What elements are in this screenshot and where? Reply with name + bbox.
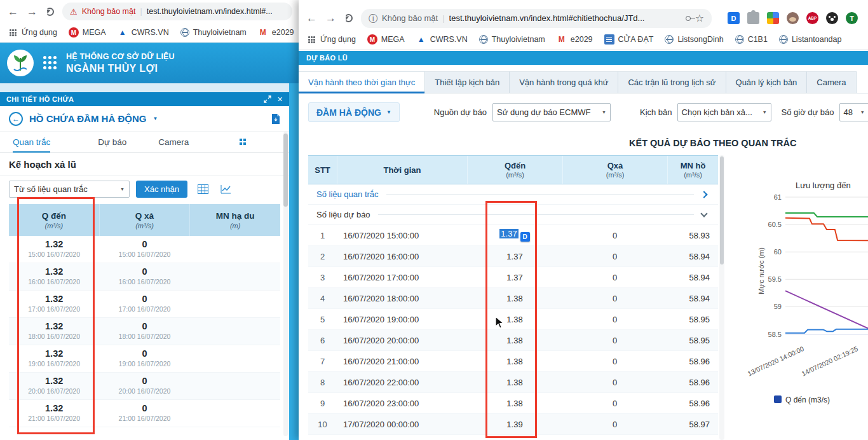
q-xa-cell: 0 [562,294,667,303]
reservoir-selector-button[interactable]: ĐẦM HÀ ĐỘNG ▼ [308,102,400,122]
puzzle-extension-icon[interactable] [747,12,759,24]
stt-cell: 1 [308,231,337,240]
bookmark-item[interactable]: Listantoandap [779,35,842,44]
forecast-tabs: Vận hành theo thời gian thực Thiết lập k… [299,71,868,93]
abp-extension-icon[interactable] [806,12,818,24]
bookmark-item[interactable]: CWRS.VN [118,27,169,38]
q-xa-time: 19:00 16/07/2020 [99,360,189,368]
q-xa-value: 0 [99,376,189,387]
close-icon[interactable]: × [278,94,283,104]
column-label: STT [315,165,330,175]
table-view-icon[interactable] [196,182,210,196]
chart-view-icon[interactable] [219,182,233,196]
bookmark-item[interactable]: C1B1 [735,35,768,44]
cell-mn-ha-du [190,291,280,317]
reload-icon[interactable] [46,8,54,16]
chart-x-tick-label: 13/07/2020 14:00:00 [746,345,805,378]
bookmark-item[interactable]: e2029 [258,27,294,38]
confirm-button[interactable]: Xác nhận [136,181,187,198]
reservoir-name[interactable]: HỒ CHỨA ĐẦM HÀ ĐỘNG [29,113,146,124]
chart-y-tick-label: 59.5 [768,275,782,283]
bookmark-item[interactable]: Ứng dụng [8,27,57,38]
forward-icon[interactable]: → [325,13,336,24]
column-header-thoi-gian: Thời gian [337,156,467,184]
bookmark-item[interactable]: MEGA [367,34,405,45]
bookmark-item[interactable]: Thuyloivietnam [479,35,545,44]
select-caret-icon: ▼ [602,110,606,114]
scenario-select[interactable]: Chọn kịch bản xả... ▼ [677,103,771,121]
forecast-source-select[interactable]: Sử dụng dự báo ECMWF ▼ [492,103,611,121]
chevron-down-icon [700,210,707,217]
scrollbar-thumb[interactable] [720,156,724,265]
app-title: HỆ THỐNG CƠ SỞ DỮ LIỆU NGÀNH THỦY LỢI [66,52,175,74]
key-icon[interactable] [686,16,691,21]
stt-cell: 8 [308,378,337,387]
chevron-down-icon[interactable]: ▼ [153,116,158,121]
chart-y-tick-label: 58.5 [768,331,782,338]
scenario-label: Kịch bản [640,107,672,117]
q-xa-value: 0 [99,321,189,332]
chart-y-tick-label: 60 [774,248,782,256]
forecast-controls: ĐẦM HÀ ĐỘNG ▼ Nguồn dự báo Sử dụng dự bá… [308,102,868,122]
scrollbar-thumb[interactable] [283,134,288,207]
tab-van-hanh-thoi-gian-thuc[interactable]: Vận hành theo thời gian thực [299,71,425,93]
page-background [0,83,289,92]
cell-mn-ha-du [190,373,280,399]
bookmark-item[interactable]: e2029 [557,34,593,45]
back-circle-icon[interactable]: ← [9,112,23,126]
more-tabs-icon[interactable] [240,139,246,145]
back-icon[interactable]: ← [306,13,317,24]
expand-icon[interactable] [264,95,271,103]
bookmark-item[interactable]: CWRS.VN [416,34,468,45]
q-xa-time: 20:00 16/07/2020 [99,387,189,395]
tab-quan-trac[interactable]: Quan trắc [13,132,50,152]
mouse-cursor [495,316,505,331]
bookmark-item[interactable]: CỬA ĐẠT [604,34,654,45]
q-xa-value: 0 [99,348,189,359]
right-address-bar[interactable]: ⓘ Không bảo mật | test.thuyloivietnam.vn… [361,9,712,28]
export-document-icon[interactable] [271,114,280,124]
forward-icon[interactable]: → [27,6,37,17]
bookmark-item[interactable]: Ứng dụng [306,34,356,45]
q-xa-cell: 0 [562,273,667,282]
menu-grid-icon[interactable] [43,56,57,70]
panel-scrollbar[interactable] [283,132,288,436]
bookmark-item[interactable]: MEGA [69,27,106,38]
address-separator: | [442,13,444,23]
column-header-mn-ha-du: MN hạ du (m) [190,204,280,236]
tab-van-hanh-qua-khu[interactable]: Vận hành trong quá khứ [510,71,618,93]
table-scrollbar[interactable] [719,155,724,440]
time-cell: 16/07/2020 19:00:00 [337,315,467,324]
paw-extension-icon[interactable] [826,12,838,24]
mn-ho-cell: 58.94 [667,294,718,303]
grid-extension-icon[interactable] [767,12,779,24]
chevron-right-icon [700,191,707,198]
forecast-hours-select[interactable]: 48 ▼ [839,103,868,121]
chart-title: Lưu lượng đến [796,181,851,190]
mn-ho-cell: 58.96 [667,399,718,408]
info-icon[interactable]: ⓘ [369,14,377,23]
monkey-extension-icon[interactable] [787,12,799,24]
cell-mn-ha-du [190,318,280,345]
stt-cell: 7 [308,357,337,366]
tab-thiet-lap-kich-ban[interactable]: Thiết lập kịch bản [425,71,510,93]
reload-icon[interactable] [344,14,353,22]
tab-camera[interactable]: Camera [807,71,856,93]
select-caret-icon: ▼ [860,110,865,114]
bookmark-star-icon[interactable]: ☆ [695,13,704,24]
bookmark-item[interactable]: ListsongDinh [665,35,723,44]
column-label: Thời gian [383,165,421,175]
d-extension-icon[interactable] [728,12,740,24]
app-title-line1: HỆ THỐNG CƠ SỞ DỮ LIỆU [66,52,175,61]
left-address-bar[interactable]: ⚠ Không bảo mật | test.thuyloivietnam.vn… [62,3,292,20]
back-icon[interactable]: ← [8,6,18,17]
profile-avatar-icon[interactable] [846,12,858,24]
tab-cac-tran-lu-lich-su[interactable]: Các trận lũ trong lịch sử [618,71,726,93]
bookmark-item[interactable]: Thuyloivietnam [180,28,247,37]
panel-tabs: Quan trắc Dự báo Camera [0,132,289,153]
tab-camera[interactable]: Camera [158,132,189,152]
tab-du-bao[interactable]: Dự báo [98,132,126,152]
data-source-select[interactable]: Từ số liệu quan trắc ▼ [9,181,130,198]
tab-quan-ly-kich-ban[interactable]: Quản lý kịch bản [726,71,808,93]
bookmark-label: Thuyloivietnam [193,28,247,37]
